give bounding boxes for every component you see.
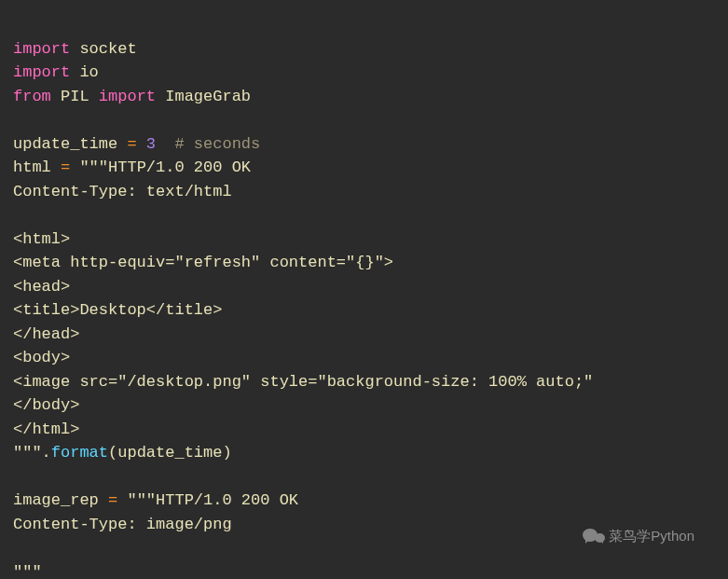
string-literal: <body> <box>13 349 70 366</box>
variable: image_rep <box>13 491 99 509</box>
method-call: format <box>51 444 108 462</box>
keyword-from: from <box>13 88 51 105</box>
dot: . <box>42 444 51 462</box>
string-end: """ <box>13 563 42 580</box>
watermark-text: 菜鸟学Python <box>609 528 694 545</box>
comment: # seconds <box>174 135 260 153</box>
watermark: 菜鸟学Python <box>583 527 694 545</box>
operator-eq: = <box>127 135 136 153</box>
argument: update_time <box>117 444 222 462</box>
string-literal: <meta http-equiv="refresh" content="{}"> <box>13 254 393 271</box>
string-literal: </body> <box>13 396 79 414</box>
string-literal: <head> <box>13 278 70 296</box>
keyword-import: import <box>13 40 70 58</box>
code-block: import socket import io from PIL import … <box>0 0 728 579</box>
string-literal: </html> <box>13 420 79 438</box>
string-end: """ <box>13 444 42 462</box>
keyword-import: import <box>13 63 70 81</box>
string-literal: <title>Desktop</title> <box>13 301 222 319</box>
string-literal: </head> <box>13 325 79 343</box>
variable: html <box>13 159 51 176</box>
paren-close: ) <box>222 444 231 462</box>
wechat-icon <box>583 527 605 545</box>
keyword-import: import <box>99 88 156 105</box>
string-literal: <image src="/desktop.png" style="backgro… <box>13 373 593 391</box>
string-literal: Content-Type: image/png <box>13 516 232 533</box>
module-name: socket <box>79 40 136 58</box>
class-name: ImageGrab <box>165 88 251 105</box>
module-name: io <box>79 63 98 81</box>
paren-open: ( <box>108 444 117 462</box>
variable: update_time <box>13 135 117 153</box>
string-literal: <html> <box>13 230 70 248</box>
operator-eq: = <box>61 159 70 176</box>
number-literal: 3 <box>146 135 156 153</box>
string-literal: Content-Type: text/html <box>13 183 232 200</box>
module-name: PIL <box>61 88 89 105</box>
operator-eq: = <box>108 491 117 509</box>
string-literal: """HTTP/1.0 200 OK <box>79 159 251 176</box>
string-literal: """HTTP/1.0 200 OK <box>127 491 298 509</box>
